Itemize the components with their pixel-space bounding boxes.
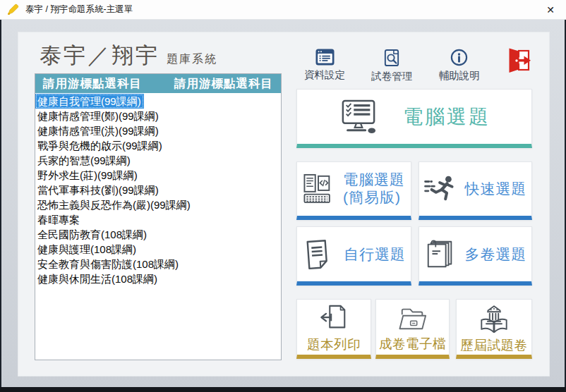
brand-name: 泰宇／翔宇	[40, 41, 159, 71]
document-lines-icon	[302, 238, 333, 271]
list-item[interactable]: 恐怖主義與反恐作為(嚴)(99課綱)	[35, 197, 193, 212]
card-quick-select[interactable]: 快速選題	[419, 161, 532, 220]
toolbar-item-exam-management[interactable]: 試卷管理	[371, 49, 412, 83]
list-item[interactable]: 兵家的智慧(99課綱)	[35, 153, 133, 168]
window-title: 泰宇 / 翔宇命題系統-主選單	[25, 4, 133, 16]
menu-cards: 電腦選題 電腦選題(簡易版)	[296, 89, 532, 391]
window-frame-left	[0, 20, 1, 392]
close-icon[interactable]: ✕	[539, 1, 562, 18]
documents-keyboard-icon	[303, 173, 335, 204]
card-label: 自行選題	[344, 245, 406, 264]
page-export-icon	[318, 304, 350, 333]
toolbar-label: 資料設定	[304, 68, 345, 82]
bank-book-icon	[478, 303, 510, 334]
list-item[interactable]: 健康情感管理(鄭)(99課綱)	[35, 109, 162, 123]
toolbar-item-data-settings[interactable]: 資料設定	[304, 49, 345, 82]
card-exam-file[interactable]: 成卷電子檔	[375, 299, 450, 359]
toolbar-label: 輔助說明	[439, 69, 480, 82]
list-item[interactable]: 健康與護理(108課綱)	[35, 242, 139, 257]
card-label: 快速選題	[465, 179, 527, 199]
list-item[interactable]: 健康情感管理(洪)(99課綱)	[35, 123, 162, 138]
exit-button[interactable]	[506, 47, 532, 74]
card-label: 題本列印	[307, 336, 361, 353]
help-info-icon	[450, 49, 468, 66]
list-item[interactable]: 春暉專案	[35, 212, 83, 227]
list-item[interactable]: 安全教育與傷害防護(108課綱)	[35, 257, 181, 271]
stacked-pages-icon	[424, 238, 457, 271]
card-print-booklet[interactable]: 題本列印	[296, 299, 371, 359]
subject-list-items: 健康自我管理(99課綱) 健康情感管理(鄭)(99課綱) 健康情感管理(洪)(9…	[35, 93, 281, 360]
data-settings-icon	[315, 49, 335, 66]
list-item[interactable]: 健康與休閒生活(108課綱)	[35, 271, 160, 286]
toolbar: 資料設定 試卷管理 輔助說明	[304, 49, 532, 83]
header-label-left: 請用游標點選科目	[43, 76, 142, 92]
card-label: 電腦選題	[403, 104, 490, 130]
toolbar-label: 試卷管理	[371, 70, 412, 83]
subject-list-header: 請用游標點選科目 請用游標點選科目	[35, 74, 281, 93]
subject-list: 請用游標點選科目 請用游標點選科目 健康自我管理(99課綱) 健康情感管理(鄭)…	[35, 73, 282, 360]
list-item[interactable]: 當代軍事科技(劉)(99課綱)	[35, 183, 162, 197]
card-label: 歷屆試題卷	[461, 336, 528, 354]
runner-icon	[424, 175, 457, 203]
list-item[interactable]: 野外求生(莊)(99課綱)	[35, 168, 140, 183]
card-past-exams[interactable]: 歷屆試題卷	[456, 299, 532, 359]
card-self-select[interactable]: 自行選題	[296, 226, 411, 286]
brand-subtitle: 題庫系統	[167, 52, 217, 67]
pen-app-icon	[6, 4, 19, 16]
list-item[interactable]: 全民國防教育(108課綱)	[35, 227, 150, 242]
brand-title: 泰宇／翔宇 題庫系統	[40, 41, 217, 71]
card-label: 多卷選題	[465, 245, 527, 264]
card-multi-select[interactable]: 多卷選題	[419, 226, 532, 286]
open-folder-icon	[396, 305, 430, 333]
computer-monitor-icon	[338, 99, 379, 135]
list-item[interactable]: 健康自我管理(99課綱)	[35, 94, 144, 109]
list-item[interactable]: 戰爭與危機的啟示(99課綱)	[35, 138, 165, 153]
exam-management-icon	[383, 49, 400, 67]
card-label: 成卷電子檔	[379, 335, 446, 353]
main-panel: 泰宇／翔宇 題庫系統 資料設定	[18, 32, 550, 376]
card-computer-select-simple[interactable]: 電腦選題(簡易版)	[296, 161, 411, 220]
titlebar: 泰宇 / 翔宇命題系統-主選單 ✕	[0, 0, 566, 20]
header-label-right: 請用游標點選科目	[174, 76, 273, 92]
card-label: 電腦選題(簡易版)	[343, 171, 405, 207]
card-computer-select[interactable]: 電腦選題	[296, 89, 532, 148]
exit-door-icon	[506, 47, 532, 74]
toolbar-item-help[interactable]: 輔助說明	[439, 49, 480, 82]
